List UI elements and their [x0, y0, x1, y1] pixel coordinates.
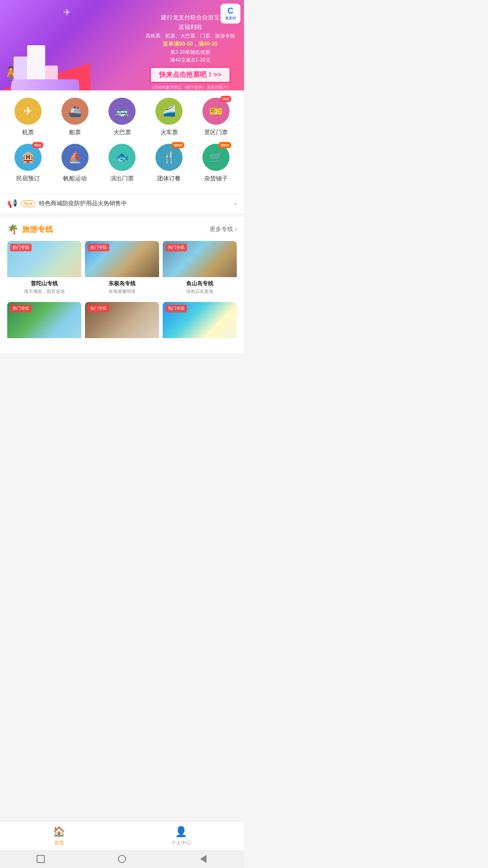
category-label: 火车票 — [160, 128, 178, 137]
banner-sub-text: （活动对象为浙江（除宁波外）龙支付客户） — [145, 85, 235, 90]
hot-tag: 热门专线 — [165, 244, 187, 251]
category-item-机票[interactable]: ✈机票 — [8, 98, 48, 137]
category-icon: 🚢 — [61, 98, 89, 125]
category-label: 大巴票 — [113, 128, 131, 137]
hot-tag: 热门专线 — [165, 305, 187, 312]
more-tours-link[interactable]: 更多专线 › — [210, 225, 237, 233]
category-item-民宿预订[interactable]: 🏨Hot民宿预订 — [8, 144, 48, 183]
category-item-杂货铺子[interactable]: 🛒New杂货铺子 — [196, 144, 236, 183]
category-item-团体订餐[interactable]: 🍴New团体订餐 — [149, 144, 189, 183]
category-label: 机票 — [22, 128, 34, 137]
tour-section-title: 🌴 旅游专线 — [7, 224, 53, 235]
category-item-演出门票[interactable]: 🐟演出门票 — [102, 144, 142, 183]
tour-grid: 热门专线普陀山专线海天佛国，观音道场热门专线东极岛专线东海璀璨明珠热门专线鱼山岛… — [7, 241, 237, 345]
banner-line5: 第2-20单随机优惠 — [145, 49, 235, 56]
tour-card-0[interactable]: 热门专线普陀山专线海天佛国，观音道场 — [7, 241, 81, 298]
category-label: 杂货铺子 — [204, 175, 228, 183]
category-item-火车票[interactable]: 🚄火车票 — [149, 98, 189, 137]
category-icon: 🚄 — [155, 98, 183, 125]
category-row-2: 🏨Hot民宿预订⛵帆船运动🐟演出门票🍴New团体订餐🛒New杂货铺子 — [0, 144, 244, 190]
banner-line6: 满40立减去1-20元 — [145, 57, 235, 63]
banner-line2: 送福利啦 — [145, 23, 235, 31]
tour-card-1[interactable]: 热门专线东极岛专线东海璀璨明珠 — [85, 241, 159, 298]
banner-line4: 首单满90-50，满40-20 — [145, 40, 235, 48]
category-item-大巴票[interactable]: 🚌大巴票 — [102, 98, 142, 137]
category-badge: New — [171, 142, 184, 148]
notice-bar[interactable]: 📢 New 特色商城防疫防护用品火热销售中 › — [0, 193, 244, 213]
tour-card-5[interactable]: 热门专线 — [163, 302, 237, 345]
tour-section: 🌴 旅游专线 更多专线 › 热门专线普陀山专线海天佛国，观音道场热门专线东极岛专… — [0, 217, 244, 353]
tour-card-3[interactable]: 热门专线 — [7, 302, 81, 345]
notice-badge: New — [21, 200, 35, 207]
category-icon: ⛵ — [61, 144, 89, 171]
banner-illustration: 🧍 — [0, 9, 90, 90]
tour-desc: 海天佛国，观音道场 — [10, 288, 79, 295]
category-icon: 🎫Hot — [202, 98, 230, 125]
category-row-1: ✈机票🚢船票🚌大巴票🚄火车票🎫Hot景区门票 — [0, 98, 244, 144]
tour-desc: 绿色石化基地 — [165, 288, 234, 295]
category-item-船票[interactable]: 🚢船票 — [55, 98, 95, 137]
tour-name: 鱼山岛专线 — [165, 280, 234, 288]
hot-tag: 热门专线 — [88, 244, 109, 251]
tour-title-text: 旅游专线 — [22, 224, 53, 235]
category-icon: 🛒New — [202, 144, 230, 171]
hot-tag: 热门专线 — [10, 244, 32, 251]
banner-cta-button[interactable]: 快来点击抢票吧！>> — [150, 67, 230, 83]
category-label: 船票 — [69, 128, 81, 137]
banner-text-content: 建行龙支付联合自游宝 送福利啦 高铁票、机票、大巴票、门票、旅游专线 首单满90… — [145, 14, 235, 90]
category-item-景区门票[interactable]: 🎫Hot景区门票 — [196, 98, 236, 137]
category-label: 民宿预订 — [16, 175, 40, 183]
tour-name: 普陀山专线 — [10, 280, 79, 288]
promo-banner[interactable]: C 龙支付 ✈ 🧍 建行龙支付联合自游宝 送福利啦 高铁票、机票、大巴票、门票、… — [0, 0, 244, 90]
category-item-帆船运动[interactable]: ⛵帆船运动 — [55, 144, 95, 183]
tour-desc: 东海璀璨明珠 — [88, 288, 156, 295]
banner-line1: 建行龙支付联合自游宝 — [145, 14, 235, 22]
tour-section-header: 🌴 旅游专线 更多专线 › — [7, 224, 237, 235]
tour-name: 东极岛专线 — [88, 280, 156, 288]
speaker-icon: 📢 — [7, 198, 17, 208]
palm-icon: 🌴 — [7, 224, 19, 235]
tour-card-2[interactable]: 热门专线鱼山岛专线绿色石化基地 — [163, 241, 237, 298]
category-label: 帆船运动 — [63, 175, 87, 183]
category-icon: 🍴New — [155, 144, 183, 171]
tour-card-4[interactable]: 热门专线 — [85, 302, 159, 345]
categories-section: ✈机票🚢船票🚌大巴票🚄火车票🎫Hot景区门票 🏨Hot民宿预订⛵帆船运动🐟演出门… — [0, 90, 244, 193]
notice-arrow-icon: › — [235, 199, 237, 208]
category-label: 景区门票 — [204, 128, 228, 137]
category-label: 团体订餐 — [157, 175, 181, 183]
category-icon: ✈ — [14, 98, 42, 125]
category-icon: 🏨Hot — [14, 144, 42, 171]
category-icon: 🚌 — [108, 98, 136, 125]
notice-text: 特色商城防疫防护用品火热销售中 — [39, 199, 231, 208]
category-icon: 🐟 — [108, 144, 136, 171]
category-badge: Hot — [220, 96, 231, 102]
category-badge: New — [218, 142, 231, 148]
category-label: 演出门票 — [110, 175, 134, 183]
hot-tag: 热门专线 — [88, 305, 109, 312]
hot-tag: 热门专线 — [10, 305, 32, 312]
category-badge: Hot — [32, 142, 43, 148]
banner-line3: 高铁票、机票、大巴票、门票、旅游专线 — [145, 33, 235, 39]
